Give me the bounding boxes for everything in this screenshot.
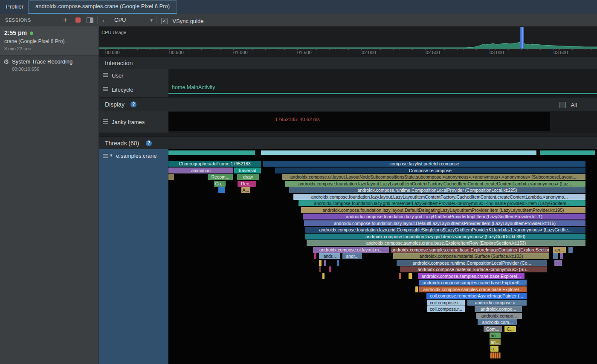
trace-span[interactable]: androidx.compose.samples.crane.base.Expl… [419,280,527,286]
trace-span[interactable] [568,247,573,253]
trace-span[interactable]: coil.compose.rememberAsyncImagePainter (… [426,293,527,299]
trace-span[interactable] [324,260,326,266]
vsync-guide-toggle[interactable]: ✓ VSync guide [161,17,203,25]
trace-span[interactable]: a... [490,346,498,352]
trace-span[interactable]: androidx.compose.foundation.lazy.layout.… [285,181,585,187]
trace-span[interactable] [409,273,412,279]
user-track-timeline[interactable] [168,69,597,82]
layout-toggle-icon[interactable] [87,17,93,23]
trace-span[interactable] [560,253,563,259]
trace-span[interactable] [415,286,418,292]
trace-span[interactable]: androidx.compose.material.Surface (Surfa… [393,253,549,259]
trace-span[interactable]: androidx.compose.material.Surface.<anony… [400,266,547,272]
titlebar: Profiler androidx.compose.samples.crane … [0,0,597,14]
trace-span[interactable]: androidx.compose.samples.crane.base.Expl… [307,240,585,246]
trace-span[interactable]: androidx.compo... [475,306,522,312]
trace-span[interactable]: Co... [214,181,226,187]
trace-span[interactable]: Rec... [238,181,256,187]
time-axis-label: 02.000 [362,50,376,55]
trace-span[interactable]: traversal [234,168,261,173]
janky-frame-bar[interactable] [168,112,550,131]
all-frames-checkbox[interactable] [559,102,566,108]
thread-row-e-samples-crane[interactable]: ▾ e.samples.crane [99,150,168,162]
vsync-checkbox[interactable]: ✓ [161,18,168,24]
trace-span[interactable] [319,260,322,266]
thread-state-segment[interactable] [168,150,255,155]
display-section-header[interactable]: Display ? All Frames [99,97,597,111]
stop-recording-icon[interactable] [75,17,81,23]
janky-frames-timeline[interactable]: 17952185: 40.62 ms [168,111,597,133]
lifecycle-track[interactable]: Lifecycle home.MainActivity [99,82,597,97]
flame-chart[interactable]: Choreographer#doFrame 17952183compose:la… [168,149,597,364]
trace-span[interactable]: androidx.compose.samples.crane.base.Expl… [418,273,525,279]
trace-span[interactable]: andr... [342,253,362,259]
trace-span[interactable]: Compose:recompose [275,168,585,173]
thread-state-segment[interactable] [261,150,536,155]
trace-span[interactable]: androidx.compose.runtime.CompositionLoca… [289,187,585,193]
trace-span[interactable]: androidx.compose.foundation.lazy.grid.it… [305,234,585,240]
trace-span[interactable]: androidx.compose.u... [467,300,527,306]
drag-handle-icon[interactable] [103,73,108,74]
trace-span[interactable]: an... [490,339,501,345]
trace-span[interactable]: animation [168,168,233,173]
threads-section-header[interactable]: Threads (60) ? [99,136,597,150]
drag-handle-icon[interactable] [103,119,108,120]
interaction-section-header[interactable]: Interaction [99,56,597,69]
lifecycle-track-timeline[interactable]: home.MainActivity [168,82,597,97]
trace-span[interactable] [553,253,558,259]
trace-span[interactable]: A... [241,187,250,193]
trace-span[interactable]: androidx.compose.foundation.lazy.grid.re… [298,200,585,206]
trace-span[interactable]: andr... [319,253,340,259]
time-axis: 00.00000.50001.00001.50002.00002.50003.0… [99,50,597,56]
trace-span[interactable]: androidx.compose.foundation.lazy.layout.… [301,207,585,213]
back-icon[interactable]: ← [101,14,109,26]
trace-span[interactable] [319,266,321,272]
trace-span[interactable]: an... [553,247,566,253]
trace-span[interactable] [168,174,174,180]
session-time: 2:55 pm [4,29,33,36]
trace-span[interactable]: androidx.compose.foundation.lazy.layout.… [304,220,585,226]
recording-entry[interactable]: ⚙ System Trace Recording 00:00:10.656 [0,55,99,75]
user-track[interactable]: User [99,69,597,82]
help-icon[interactable]: ? [146,140,152,146]
trace-span[interactable]: androidx.compose.samples.crane.base.Expl… [419,286,527,292]
trace-span[interactable]: androidx.compose.runtime.CompositionLoca… [397,260,547,266]
trace-span[interactable]: androidx.compose.ui.layout.m... [313,247,389,253]
cpu-usage-track[interactable]: CPU Usage 00.00000.50001.00001.50002.000… [99,26,597,56]
trace-span[interactable]: Choreographer#doFrame 17952183 [168,161,261,167]
trace-span[interactable]: androidx.compose.ui.layout.LayoutNodeSub… [282,174,585,180]
trace-span[interactable]: Com... [484,326,502,332]
trace-span[interactable]: androidx.compo... [476,313,522,319]
trace-span[interactable]: coil.compose.r... [427,306,465,312]
trace-span[interactable] [329,266,331,272]
session-entry[interactable]: 2:55 pm crane (Google Pixel 6 Pro) 3 min… [0,26,99,56]
trace-span[interactable]: Recom... [208,174,233,180]
trace-span[interactable] [337,260,339,266]
trace-span[interactable] [554,260,562,266]
trace-span[interactable]: androidx.com... [478,319,517,325]
trace-span[interactable] [314,253,316,259]
thread-list-column[interactable]: ▾ e.samples.crane [99,149,168,364]
help-icon[interactable]: ? [130,101,136,107]
drag-handle-icon[interactable] [103,154,108,155]
janky-frames-track[interactable]: Janky frames 17952185: 40.62 ms [99,111,597,133]
trace-span[interactable]: C... [504,326,516,332]
session-tab[interactable]: androidx.compose.samples.crane (Google P… [28,0,177,14]
trace-span[interactable] [218,187,225,193]
trace-span[interactable]: androidx.compose.foundation.lazy.layout.… [293,194,585,200]
trace-span[interactable] [399,273,401,279]
drag-handle-icon[interactable] [103,87,108,88]
trace-span[interactable]: draw [237,174,259,180]
trace-span[interactable]: androidx.compose.samples.crane.base.Expl… [391,247,549,253]
trace-span[interactable]: compose:lazylist:prefetch:compose [263,161,585,167]
thread-state-segment[interactable] [540,150,595,155]
trace-span[interactable] [490,352,501,358]
trace-span[interactable]: coil.compose.r... [427,300,465,306]
trace-span[interactable]: androidx.compose.foundation.lazy.grid.La… [303,214,585,220]
chevron-down-icon[interactable]: ▾ [110,153,113,158]
add-session-icon[interactable]: + [63,14,67,26]
trace-span[interactable]: an... [490,332,501,338]
profiler-type-dropdown[interactable]: CPU ▾ [112,15,155,25]
trace-span[interactable] [322,273,325,279]
trace-span[interactable]: androidx.compose.foundation.lazy.grid.Co… [305,227,585,233]
